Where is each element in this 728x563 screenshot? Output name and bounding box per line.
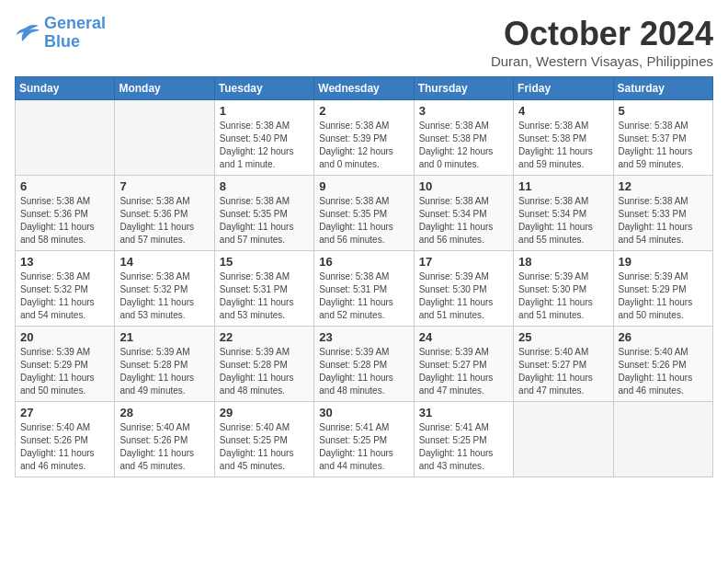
calendar-day: 17Sunrise: 5:39 AM Sunset: 5:30 PM Dayli… bbox=[414, 251, 513, 327]
calendar-day: 16Sunrise: 5:38 AM Sunset: 5:31 PM Dayli… bbox=[314, 251, 414, 327]
day-number: 29 bbox=[220, 406, 309, 419]
day-number: 5 bbox=[619, 104, 708, 118]
calendar-day: 21Sunrise: 5:39 AM Sunset: 5:28 PM Dayli… bbox=[115, 327, 214, 402]
day-number: 27 bbox=[20, 406, 109, 419]
calendar-day bbox=[613, 402, 712, 477]
day-number: 23 bbox=[319, 330, 408, 344]
calendar-day: 25Sunrise: 5:40 AM Sunset: 5:27 PM Dayli… bbox=[514, 327, 613, 402]
calendar-day: 18Sunrise: 5:39 AM Sunset: 5:30 PM Dayli… bbox=[514, 251, 613, 327]
day-number: 17 bbox=[419, 255, 508, 269]
location: Duran, Western Visayas, Philippines bbox=[491, 53, 713, 69]
calendar-day: 12Sunrise: 5:38 AM Sunset: 5:33 PM Dayli… bbox=[613, 176, 712, 251]
calendar-week-5: 27Sunrise: 5:40 AM Sunset: 5:26 PM Dayli… bbox=[16, 402, 713, 477]
calendar-week-2: 6Sunrise: 5:38 AM Sunset: 5:36 PM Daylig… bbox=[16, 176, 713, 251]
calendar-day bbox=[115, 100, 214, 176]
day-detail: Sunrise: 5:38 AM Sunset: 5:32 PM Dayligh… bbox=[119, 270, 209, 322]
calendar-day: 27Sunrise: 5:40 AM Sunset: 5:26 PM Dayli… bbox=[16, 402, 115, 477]
day-detail: Sunrise: 5:39 AM Sunset: 5:30 PM Dayligh… bbox=[518, 270, 608, 322]
calendar-day: 13Sunrise: 5:38 AM Sunset: 5:32 PM Dayli… bbox=[16, 251, 115, 327]
day-detail: Sunrise: 5:39 AM Sunset: 5:27 PM Dayligh… bbox=[419, 346, 508, 397]
calendar-day: 19Sunrise: 5:39 AM Sunset: 5:29 PM Dayli… bbox=[613, 251, 712, 327]
calendar-day: 26Sunrise: 5:40 AM Sunset: 5:26 PM Dayli… bbox=[613, 327, 712, 402]
calendar-day bbox=[514, 402, 613, 477]
day-detail: Sunrise: 5:38 AM Sunset: 5:38 PM Dayligh… bbox=[518, 120, 608, 171]
header-row: Sunday Monday Tuesday Wednesday Thursday… bbox=[16, 77, 713, 100]
day-number: 11 bbox=[518, 179, 608, 193]
day-number: 16 bbox=[319, 255, 408, 269]
day-number: 21 bbox=[119, 330, 209, 344]
day-detail: Sunrise: 5:40 AM Sunset: 5:26 PM Dayligh… bbox=[119, 421, 209, 473]
day-detail: Sunrise: 5:39 AM Sunset: 5:28 PM Dayligh… bbox=[319, 346, 408, 397]
day-detail: Sunrise: 5:40 AM Sunset: 5:27 PM Dayligh… bbox=[518, 346, 608, 397]
calendar-day: 8Sunrise: 5:38 AM Sunset: 5:35 PM Daylig… bbox=[214, 176, 313, 251]
calendar-day: 6Sunrise: 5:38 AM Sunset: 5:36 PM Daylig… bbox=[16, 176, 115, 251]
day-detail: Sunrise: 5:38 AM Sunset: 5:32 PM Dayligh… bbox=[20, 270, 109, 322]
calendar-day: 20Sunrise: 5:39 AM Sunset: 5:29 PM Dayli… bbox=[16, 327, 115, 402]
day-detail: Sunrise: 5:39 AM Sunset: 5:28 PM Dayligh… bbox=[220, 346, 309, 397]
day-number: 19 bbox=[619, 255, 708, 269]
col-monday: Monday bbox=[115, 77, 214, 100]
day-detail: Sunrise: 5:38 AM Sunset: 5:34 PM Dayligh… bbox=[419, 195, 508, 247]
day-number: 25 bbox=[518, 330, 608, 344]
day-detail: Sunrise: 5:38 AM Sunset: 5:36 PM Dayligh… bbox=[119, 195, 209, 247]
day-detail: Sunrise: 5:39 AM Sunset: 5:29 PM Dayligh… bbox=[619, 270, 708, 322]
day-number: 22 bbox=[220, 330, 309, 344]
calendar-week-3: 13Sunrise: 5:38 AM Sunset: 5:32 PM Dayli… bbox=[16, 251, 713, 327]
calendar-day: 11Sunrise: 5:38 AM Sunset: 5:34 PM Dayli… bbox=[514, 176, 613, 251]
logo-general: General bbox=[44, 14, 106, 32]
day-number: 10 bbox=[419, 179, 508, 193]
day-detail: Sunrise: 5:38 AM Sunset: 5:37 PM Dayligh… bbox=[619, 120, 708, 171]
calendar-week-1: 1Sunrise: 5:38 AM Sunset: 5:40 PM Daylig… bbox=[16, 100, 713, 176]
day-number: 9 bbox=[319, 179, 408, 193]
day-detail: Sunrise: 5:40 AM Sunset: 5:26 PM Dayligh… bbox=[619, 346, 708, 397]
day-detail: Sunrise: 5:38 AM Sunset: 5:31 PM Dayligh… bbox=[319, 270, 408, 322]
day-number: 30 bbox=[319, 406, 408, 419]
logo-blue: Blue bbox=[44, 32, 80, 51]
calendar-day: 5Sunrise: 5:38 AM Sunset: 5:37 PM Daylig… bbox=[613, 100, 712, 176]
calendar-day: 22Sunrise: 5:39 AM Sunset: 5:28 PM Dayli… bbox=[214, 327, 313, 402]
calendar-day: 4Sunrise: 5:38 AM Sunset: 5:38 PM Daylig… bbox=[514, 100, 613, 176]
day-number: 6 bbox=[20, 179, 109, 193]
day-detail: Sunrise: 5:38 AM Sunset: 5:40 PM Dayligh… bbox=[220, 120, 309, 171]
calendar-day: 29Sunrise: 5:40 AM Sunset: 5:25 PM Dayli… bbox=[214, 402, 313, 477]
day-number: 3 bbox=[419, 104, 508, 118]
calendar-day: 1Sunrise: 5:38 AM Sunset: 5:40 PM Daylig… bbox=[214, 100, 313, 176]
day-number: 1 bbox=[220, 104, 309, 118]
day-number: 12 bbox=[619, 179, 708, 193]
calendar-day: 28Sunrise: 5:40 AM Sunset: 5:26 PM Dayli… bbox=[115, 402, 214, 477]
calendar-day: 2Sunrise: 5:38 AM Sunset: 5:39 PM Daylig… bbox=[314, 100, 414, 176]
day-detail: Sunrise: 5:38 AM Sunset: 5:34 PM Dayligh… bbox=[518, 195, 608, 247]
day-detail: Sunrise: 5:38 AM Sunset: 5:33 PM Dayligh… bbox=[619, 195, 708, 247]
day-detail: Sunrise: 5:38 AM Sunset: 5:35 PM Dayligh… bbox=[220, 195, 309, 247]
col-sunday: Sunday bbox=[16, 77, 115, 100]
calendar-day: 31Sunrise: 5:41 AM Sunset: 5:25 PM Dayli… bbox=[414, 402, 513, 477]
calendar-day: 30Sunrise: 5:41 AM Sunset: 5:25 PM Dayli… bbox=[314, 402, 414, 477]
day-detail: Sunrise: 5:39 AM Sunset: 5:28 PM Dayligh… bbox=[119, 346, 209, 397]
calendar-day: 7Sunrise: 5:38 AM Sunset: 5:36 PM Daylig… bbox=[115, 176, 214, 251]
day-detail: Sunrise: 5:40 AM Sunset: 5:26 PM Dayligh… bbox=[20, 421, 109, 473]
day-number: 14 bbox=[119, 255, 209, 269]
title-block: October 2024 Duran, Western Visayas, Phi… bbox=[491, 15, 713, 69]
calendar-day: 14Sunrise: 5:38 AM Sunset: 5:32 PM Dayli… bbox=[115, 251, 214, 327]
col-saturday: Saturday bbox=[613, 77, 712, 100]
col-tuesday: Tuesday bbox=[214, 77, 313, 100]
day-number: 18 bbox=[518, 255, 608, 269]
day-detail: Sunrise: 5:41 AM Sunset: 5:25 PM Dayligh… bbox=[319, 421, 408, 473]
calendar-day: 23Sunrise: 5:39 AM Sunset: 5:28 PM Dayli… bbox=[314, 327, 414, 402]
day-number: 4 bbox=[518, 104, 608, 118]
day-detail: Sunrise: 5:39 AM Sunset: 5:29 PM Dayligh… bbox=[20, 346, 109, 397]
day-number: 28 bbox=[119, 406, 209, 419]
day-detail: Sunrise: 5:41 AM Sunset: 5:25 PM Dayligh… bbox=[419, 421, 508, 473]
page-header: General Blue October 2024 Duran, Western… bbox=[15, 15, 713, 69]
day-number: 13 bbox=[20, 255, 109, 269]
month-title: October 2024 bbox=[491, 15, 713, 53]
day-number: 8 bbox=[220, 179, 309, 193]
day-number: 26 bbox=[619, 330, 708, 344]
day-number: 31 bbox=[419, 406, 508, 419]
day-number: 20 bbox=[20, 330, 109, 344]
day-number: 24 bbox=[419, 330, 508, 344]
logo-icon bbox=[15, 23, 40, 43]
logo: General Blue bbox=[15, 15, 106, 52]
col-friday: Friday bbox=[514, 77, 613, 100]
day-detail: Sunrise: 5:38 AM Sunset: 5:36 PM Dayligh… bbox=[20, 195, 109, 247]
